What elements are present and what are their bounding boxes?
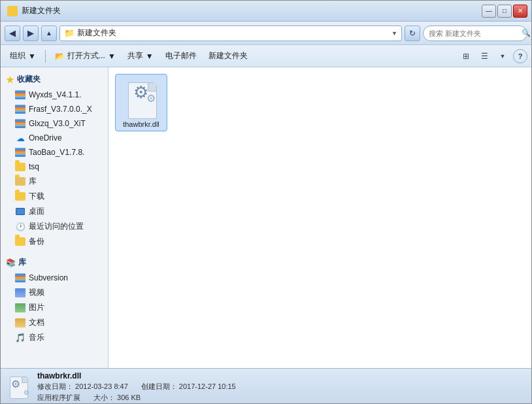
- file-area: ⚙ ⚙ thawbrkr.dll: [108, 67, 531, 368]
- title-bar-controls: — □ ✕: [482, 5, 527, 18]
- maximize-button[interactable]: □: [497, 5, 512, 18]
- favorites-star-icon: ★: [6, 75, 14, 85]
- main-content: ★ 收藏夹 Wyxds_V4.1.1. Frasf_V3.7.0.0._X Gl…: [1, 67, 531, 368]
- status-bar: ⚙ ⚙ thawbrkr.dll 修改日期： 2012-03-23 8:47 创…: [1, 368, 531, 404]
- title-bar-left: 新建文件夹: [7, 5, 61, 16]
- sidebar: ★ 收藏夹 Wyxds_V4.1.1. Frasf_V3.7.0.0._X Gl…: [1, 67, 108, 368]
- file-label: thawbrkr.dll: [123, 120, 159, 128]
- toolbar-separator-1: [45, 50, 46, 63]
- status-file-icon: ⚙ ⚙: [7, 375, 31, 399]
- video-icon: [15, 288, 25, 298]
- status-gear-large-icon: ⚙: [11, 378, 20, 390]
- view-dropdown-button[interactable]: ▼: [495, 48, 510, 64]
- music-icon: 🎵: [15, 333, 25, 343]
- up-button[interactable]: ▲: [41, 25, 57, 41]
- dll-gears: ⚙ ⚙: [132, 81, 156, 105]
- new-folder-button[interactable]: 新建文件夹: [203, 48, 253, 65]
- sidebar-item-frasf[interactable]: Frasf_V3.7.0.0._X: [1, 102, 108, 116]
- status-created-label: 创建日期： 2017-12-27 10:15: [141, 382, 236, 392]
- toolbar-right: ⊞ ☰ ▼ ?: [458, 48, 527, 64]
- favorites-label: 收藏夹: [17, 74, 41, 85]
- sidebar-item-download[interactable]: 下载: [1, 189, 108, 204]
- sidebar-item-subversion[interactable]: Subversion: [1, 271, 108, 285]
- help-button[interactable]: ?: [513, 49, 527, 63]
- documents-icon: [15, 318, 25, 328]
- wyxds-icon: [15, 90, 25, 100]
- glxzq-icon: [15, 118, 25, 129]
- sidebar-item-video[interactable]: 视频: [1, 285, 108, 300]
- favorites-section-header[interactable]: ★ 收藏夹: [1, 71, 108, 88]
- pictures-icon: [15, 303, 25, 313]
- title-text: 新建文件夹: [22, 5, 61, 16]
- open-dropdown-icon: ▼: [108, 52, 116, 61]
- status-modified-label: 修改日期： 2012-03-23 8:47: [37, 382, 128, 392]
- toolbar: 组织 ▼ 📂 打开方式... ▼ 共享 ▼ 电子邮件 新建文件夹 ⊞ ☰ ▼ ?: [1, 45, 531, 67]
- address-text: 新建文件夹: [77, 27, 389, 39]
- download-icon: [15, 192, 25, 202]
- open-icon: 📂: [55, 52, 65, 61]
- address-dropdown-icon[interactable]: ▼: [391, 30, 397, 37]
- refresh-button[interactable]: ↻: [405, 25, 420, 41]
- sidebar-item-ku[interactable]: 库: [1, 174, 108, 189]
- share-dropdown-icon: ▼: [146, 52, 154, 61]
- status-meta-row-2: 应用程序扩展 大小： 306 KB: [37, 393, 236, 403]
- minimize-button[interactable]: —: [482, 5, 496, 18]
- backup-icon: [15, 237, 25, 247]
- address-bar: ◀ ▶ ▲ 📁 新建文件夹 ▼ ↻ 🔍: [1, 22, 531, 45]
- sidebar-item-documents[interactable]: 文档: [1, 315, 108, 330]
- organize-button[interactable]: 组织 ▼: [5, 48, 41, 65]
- sidebar-item-glxzq[interactable]: Glxzq_V3.0_XiT: [1, 116, 108, 131]
- forward-button[interactable]: ▶: [23, 25, 39, 41]
- search-wrap[interactable]: 🔍: [423, 25, 527, 41]
- email-button[interactable]: 电子邮件: [160, 48, 202, 65]
- status-meta-row-1: 修改日期： 2012-03-23 8:47 创建日期： 2017-12-27 1…: [37, 382, 236, 392]
- frasf-icon: [15, 104, 25, 114]
- library-folder-icon: 📚: [6, 258, 16, 267]
- title-bar: 新建文件夹 — □ ✕: [1, 1, 531, 22]
- status-filename: thawbrkr.dll: [37, 371, 236, 380]
- sidebar-item-tsq[interactable]: tsq: [1, 160, 108, 174]
- organize-dropdown-icon: ▼: [28, 52, 36, 61]
- sidebar-item-recent[interactable]: 🕐 最近访问的位置: [1, 219, 108, 234]
- sidebar-item-music[interactable]: 🎵 音乐: [1, 330, 108, 345]
- status-gear-small-icon: ⚙: [24, 389, 29, 396]
- sidebar-item-desktop[interactable]: 桌面: [1, 204, 108, 219]
- sidebar-item-pictures[interactable]: 图片: [1, 300, 108, 315]
- gear-small-icon: ⚙: [146, 92, 156, 105]
- open-button[interactable]: 📂 打开方式... ▼: [50, 48, 121, 65]
- share-button[interactable]: 共享 ▼: [122, 48, 159, 65]
- onedrive-icon: ☁: [15, 133, 25, 143]
- search-input[interactable]: [429, 29, 519, 37]
- status-type-label: 应用程序扩展: [37, 393, 80, 403]
- sidebar-separator: [1, 249, 108, 254]
- sidebar-item-backup[interactable]: 备份: [1, 234, 108, 249]
- ku-icon: [15, 177, 25, 187]
- desktop-icon: [15, 207, 25, 217]
- sidebar-item-wyxds[interactable]: Wyxds_V4.1.1.: [1, 88, 108, 102]
- title-folder-icon: [7, 6, 18, 16]
- sidebar-item-onedrive[interactable]: ☁ OneDrive: [1, 131, 108, 145]
- view-toggle-button[interactable]: ⊞: [458, 48, 474, 64]
- recent-icon: 🕐: [15, 222, 25, 232]
- sidebar-item-taobao[interactable]: TaoBao_V1.7.8.: [1, 145, 108, 160]
- status-info: thawbrkr.dll 修改日期： 2012-03-23 8:47 创建日期：…: [37, 371, 236, 403]
- view-list-button[interactable]: ☰: [476, 48, 492, 64]
- taobao-icon: [15, 147, 25, 158]
- back-button[interactable]: ◀: [5, 25, 20, 41]
- status-size-label: 大小： 306 KB: [93, 393, 141, 403]
- address-input-wrap[interactable]: 📁 新建文件夹 ▼: [59, 25, 402, 41]
- dll-file-icon: ⚙ ⚙: [123, 77, 159, 119]
- library-section-header[interactable]: 📚 库: [1, 254, 108, 271]
- address-folder-icon: 📁: [64, 28, 75, 38]
- file-item-thawbrkr[interactable]: ⚙ ⚙ thawbrkr.dll: [115, 74, 167, 131]
- subversion-icon: [15, 273, 25, 283]
- search-icon: 🔍: [522, 29, 531, 37]
- close-button[interactable]: ✕: [513, 5, 527, 18]
- tsq-icon: [15, 161, 25, 172]
